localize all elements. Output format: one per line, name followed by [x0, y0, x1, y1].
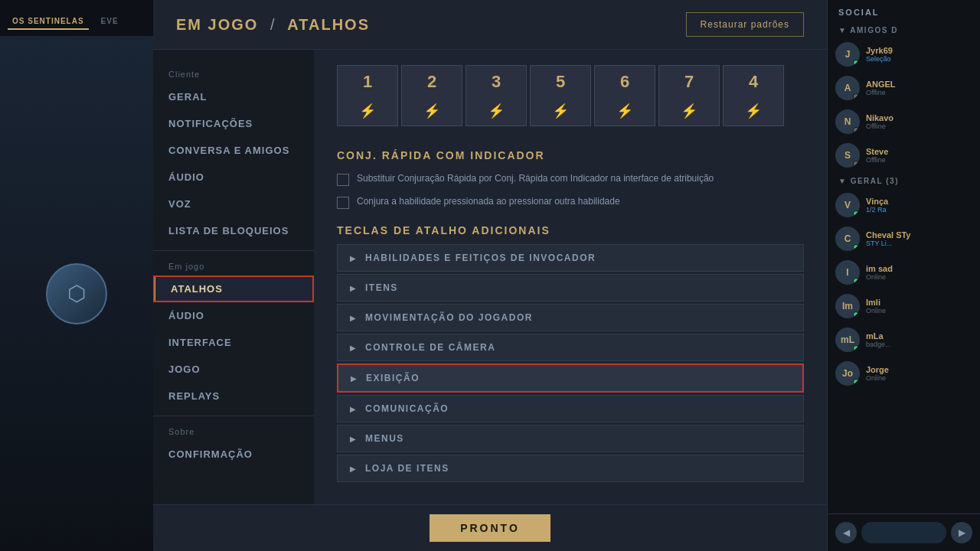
- spell-slots-row: 1 ⚡ 2 ⚡ 3 ⚡ 5 ⚡ 6 ⚡: [337, 65, 804, 126]
- sidebar-item-voz[interactable]: VOZ: [153, 191, 314, 217]
- friend-info-steve: Steve Offline: [866, 147, 972, 164]
- friend-status-jorge: Online: [866, 374, 972, 382]
- slot-icon-5: ⚡: [552, 103, 569, 119]
- sidebar-item-confirmacao[interactable]: CONFIRMAÇÃO: [153, 441, 314, 468]
- friend-item-imli[interactable]: Im Imli Online: [828, 289, 980, 323]
- status-dot-steve: [853, 161, 859, 167]
- friend-name-jorge: Jorge: [866, 365, 972, 374]
- spell-slot-2[interactable]: 2 ⚡: [401, 65, 462, 126]
- friend-status-steve: Offline: [866, 156, 972, 164]
- friend-name-jyrk69: Jyrk69: [866, 46, 972, 55]
- friend-info-jorge: Jorge Online: [866, 365, 972, 382]
- spell-slot-5[interactable]: 5 ⚡: [530, 65, 591, 126]
- sidebar-item-notificacoes[interactable]: NOTIFICAÇÕES: [153, 110, 314, 137]
- sidebar-cliente-label: Cliente: [153, 65, 314, 83]
- friend-status-imsad: Online: [866, 273, 972, 281]
- accordion-habilidades[interactable]: ▶ HABILIDADES E FEITIÇOS DE INVOCADOR: [337, 244, 804, 272]
- accordion-loja[interactable]: ▶ LOJA DE ITENS: [337, 455, 804, 482]
- friend-name-imsad: im sad: [866, 264, 972, 273]
- friend-item-jorge[interactable]: Jo Jorge Online: [828, 357, 980, 390]
- avatar-imsad: I: [835, 260, 860, 285]
- arrow-exibicao: ▶: [351, 374, 357, 383]
- friend-item-cheval[interactable]: C Cheval STy STY Li...: [828, 222, 980, 256]
- social-prev-button[interactable]: ◀: [835, 522, 857, 543]
- slot-number-5: 5: [556, 72, 565, 92]
- slot-number-4: 4: [749, 72, 758, 92]
- sidebar-item-geral[interactable]: GERAL: [153, 83, 314, 110]
- slot-number-6: 6: [620, 72, 629, 92]
- sidebar-divider-2: [153, 416, 314, 416]
- restore-defaults-button[interactable]: Restaurar padrões: [686, 12, 804, 37]
- nav-eve[interactable]: EVE: [96, 14, 123, 30]
- accordion-controle-camera[interactable]: ▶ CONTROLE DE CÂMERA: [337, 334, 804, 361]
- page-title: EM JOGO / ATALHOS: [176, 16, 370, 34]
- checkbox-substituir[interactable]: [337, 174, 349, 186]
- settings-sidebar: Cliente GERAL NOTIFICAÇÕES CONVERSA E AM…: [153, 50, 314, 504]
- social-next-button[interactable]: ▶: [951, 522, 972, 543]
- spell-slot-1[interactable]: 1 ⚡: [337, 65, 398, 126]
- page-header: EM JOGO / ATALHOS Restaurar padrões: [153, 0, 827, 50]
- header-prefix: EM JOGO: [176, 16, 258, 33]
- accordion-comunicacao[interactable]: ▶ COMUNICAÇÃO: [337, 395, 804, 422]
- sidebar-item-audio[interactable]: ÁUDIO: [153, 164, 314, 191]
- friend-status-vinca: 1/2 Ra: [866, 206, 972, 214]
- nav-os-sentinelas[interactable]: OS SENTINELAS: [8, 14, 89, 30]
- friend-item-jyrk69[interactable]: J Jyrk69 Seleção: [828, 37, 980, 71]
- arrow-controle: ▶: [350, 344, 356, 352]
- status-dot-nikavo: [853, 127, 859, 133]
- avatar-vinca: V: [835, 193, 860, 217]
- geral-section-title: ▼ GERAL (3): [828, 172, 980, 188]
- friend-item-vinca[interactable]: V Vinça 1/2 Ra: [828, 188, 980, 222]
- friend-item-steve[interactable]: S Steve Offline: [828, 139, 980, 172]
- friend-info-angel: ANGEL Offline: [866, 80, 972, 96]
- content-panel: 1 ⚡ 2 ⚡ 3 ⚡ 5 ⚡ 6 ⚡: [314, 50, 827, 504]
- friend-info-imsad: im sad Online: [866, 264, 972, 281]
- spell-slot-3[interactable]: 3 ⚡: [466, 65, 527, 126]
- status-dot-angel: [853, 93, 859, 99]
- avatar-mla: mL: [835, 328, 860, 352]
- slot-number-7: 7: [684, 72, 694, 92]
- sidebar-item-conversa[interactable]: CONVERSA E AMIGOS: [153, 137, 314, 164]
- arrow-comunicacao: ▶: [350, 405, 356, 413]
- friend-item-imsad[interactable]: I im sad Online: [828, 256, 980, 289]
- social-search-bar[interactable]: [861, 522, 946, 543]
- slot-icon-2: ⚡: [423, 103, 440, 119]
- sidebar-item-replays[interactable]: REPLAYS: [153, 383, 314, 409]
- friend-item-mla[interactable]: mL mLa badge...: [828, 323, 980, 357]
- spell-slot-7[interactable]: 7 ⚡: [658, 65, 720, 126]
- checkbox-row-2: Conjura a habilidade pressionada ao pres…: [337, 195, 804, 209]
- status-dot-imli: [853, 311, 859, 318]
- friend-status-imli: Online: [866, 307, 972, 315]
- accordion-exibicao[interactable]: ▶ EXIBIÇÃO: [337, 364, 804, 393]
- spell-slot-4[interactable]: 4 ⚡: [723, 65, 784, 126]
- accordion-menus[interactable]: ▶ MENUS: [337, 425, 804, 452]
- arrow-menus: ▶: [350, 435, 356, 443]
- page-footer: PRONTO: [153, 504, 827, 551]
- status-dot-mla: [853, 345, 859, 351]
- accordion-movimentacao[interactable]: ▶ MOVIMENTAÇÃO DO JOGADOR: [337, 304, 804, 331]
- slot-icon-3: ⚡: [488, 103, 505, 119]
- friend-info-cheval: Cheval STy STY Li...: [866, 230, 972, 247]
- accordion-label-itens: ITENS: [365, 282, 398, 293]
- accordion-label-menus: MENUS: [365, 433, 404, 444]
- checkbox-row-1: Substituir Conjuração Rápida por Conj. R…: [337, 172, 804, 186]
- friend-item-nikavo[interactable]: N Nikavo Offline: [828, 105, 980, 139]
- friend-item-angel[interactable]: A ANGEL Offline: [828, 71, 980, 105]
- sidebar-item-interface[interactable]: INTERFACE: [153, 329, 314, 356]
- friend-status-nikavo: Offline: [866, 122, 972, 130]
- sidebar-emjogo-label: Em jogo: [153, 257, 314, 276]
- checkbox-conjura[interactable]: [337, 197, 349, 209]
- sidebar-item-jogo[interactable]: JOGO: [153, 356, 314, 383]
- accordion-itens[interactable]: ▶ ITENS: [337, 274, 804, 302]
- spell-slot-6[interactable]: 6 ⚡: [594, 65, 655, 126]
- pronto-button[interactable]: PRONTO: [430, 514, 550, 542]
- arrow-itens: ▶: [350, 284, 356, 292]
- status-dot-vinca: [853, 210, 859, 217]
- accordion-label-habilidades: HABILIDADES E FEITIÇOS DE INVOCADOR: [365, 253, 596, 263]
- social-panel: SOCIAL ▼ AMIGOS D J Jyrk69 Seleção A ANG…: [827, 0, 980, 551]
- slot-icon-6: ⚡: [616, 103, 633, 119]
- slot-number-3: 3: [492, 72, 501, 92]
- sidebar-item-lista-bloqueios[interactable]: LISTA DE BLOQUEIOS: [153, 217, 314, 244]
- sidebar-item-atalhos[interactable]: ATALHOS: [153, 276, 314, 302]
- sidebar-item-audio-jogo[interactable]: ÁUDIO: [153, 302, 314, 329]
